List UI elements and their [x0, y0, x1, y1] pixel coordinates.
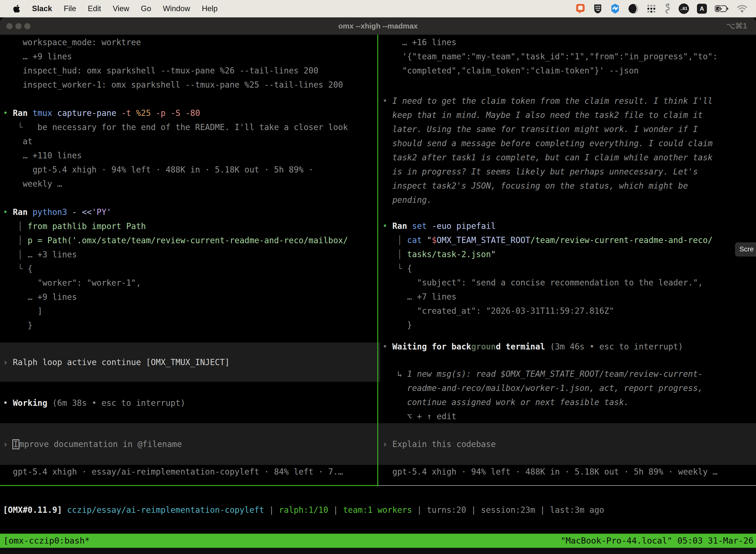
text-segment: › Explain this codebase: [382, 439, 496, 449]
terminal-line: │ from pathlib import Path: [3, 219, 348, 233]
text-segment: │: [382, 235, 407, 245]
screenshot-app-icon[interactable]: [575, 3, 585, 14]
terminal-line: inspect_worker-1: omx sparkshell --tmux-…: [3, 78, 348, 92]
text-segment: inspect_hud: omx sparkshell --tmux-pane …: [3, 66, 318, 75]
counter-badge-icon[interactable]: ..61: [679, 3, 689, 14]
moon-circle-icon[interactable]: [628, 3, 638, 14]
right-pane-prompt-input[interactable]: › Explain this codebase: [378, 423, 756, 465]
menubar-item-go[interactable]: Go: [141, 4, 151, 13]
terminal-line: … +110 lines: [3, 149, 348, 163]
text-segment: |: [333, 505, 343, 515]
text-segment: gpt-5.4 xhigh · 94% left · 488K in · 5.1…: [382, 467, 717, 477]
window-titlebar: omx --xhigh --madmax ⌥⌘1: [0, 17, 756, 35]
text-segment: I need to get the claim token from the c…: [392, 96, 712, 106]
text-segment: workspace_mode: worktree: [3, 38, 141, 47]
text-segment: /team/review-current-readme-and-reco/: [530, 235, 712, 245]
text-segment: ↳: [382, 369, 407, 379]
dots-grid-icon[interactable]: [646, 3, 656, 14]
terminal-line: • Ran set -euo pipefail: [382, 219, 712, 233]
terminal-line: › Ralph loop active continue [OMX_TMUX_I…: [3, 355, 230, 369]
text-segment: ]: [3, 306, 43, 316]
terminal-line: inspect_hud: omx sparkshell --tmux-pane …: [3, 63, 348, 78]
left-pane-prompt-input[interactable]: › Improve documentation in @filename: [0, 423, 380, 465]
tmux-session-label[interactable]: [omx-cczip0:bash*: [3, 534, 90, 548]
text-segment: tmux: [33, 108, 52, 118]
menubar-item-window[interactable]: Window: [163, 4, 190, 13]
text-segment: "worker": "worker-1",: [3, 278, 141, 288]
text-segment: - <<: [67, 207, 91, 217]
terminal-line: keep that in mind. Maybe I also need the…: [382, 108, 712, 122]
text-segment: •: [3, 207, 13, 217]
tmux-status-bar: [omx-cczip0:bash* "MacBook-Pro-44.local"…: [0, 534, 756, 548]
terminal-line: … +7 lines: [382, 290, 712, 304]
text-segment: -p -S -80: [151, 108, 200, 118]
text-segment: team:1 workers: [343, 505, 417, 515]
terminal-line: task2 after task1 is complete, but can I…: [382, 151, 712, 165]
squiggle-icon[interactable]: [664, 3, 671, 14]
terminal-line: }: [382, 318, 712, 332]
text-segment: •: [382, 221, 392, 231]
terminal-line: ]: [3, 304, 348, 318]
text-segment: Waiting for back: [392, 342, 471, 351]
battery-icon[interactable]: [715, 3, 729, 14]
input-source-icon[interactable]: A: [697, 4, 707, 14]
left-pane-output[interactable]: workspace_mode: worktree … +9 lines insp…: [3, 35, 348, 332]
terminal-line: [OMX#0.11.9] cczip/essay/ai-reimplementa…: [3, 503, 604, 517]
text-segment: 1 new msg(s): read $OMX_TEAM_STATE_ROOT/…: [407, 369, 703, 379]
terminal-line: is in progress? It seems likely but perh…: [382, 165, 712, 179]
text-segment: $: [432, 235, 437, 245]
menubar-item-view[interactable]: View: [113, 4, 129, 13]
terminal-line: │ p = Path('.omx/state/team/review-curre…: [3, 233, 348, 247]
terminal-line: "created_at": "2026-03-31T11:59:27.816Z": [382, 304, 712, 318]
terminal-line: … +9 lines: [3, 290, 348, 304]
window-bottom-edge: [0, 548, 756, 554]
text-segment: ›: [3, 439, 13, 449]
text-segment: continue assigned work or next feasible …: [382, 397, 629, 407]
terminal-line: weekly …: [3, 177, 348, 191]
terminal-line: └ {: [3, 262, 348, 276]
text-segment: is in progress? It seems likely but perh…: [382, 167, 698, 176]
right-pane-status-line: gpt-5.4 xhigh · 94% left · 488K in · 5.1…: [382, 465, 717, 479]
terminal-line: gpt-5.4 xhigh · 94% left · 488K in · 5.1…: [3, 163, 348, 177]
terminal-content: workspace_mode: worktree … +9 lines insp…: [0, 35, 756, 554]
text-segment: │: [3, 221, 27, 231]
wifi-icon[interactable]: [737, 3, 748, 14]
text-segment: cczip/essay/ai-reimplementation-copyleft: [67, 505, 269, 515]
text-segment: weekly …: [3, 179, 62, 189]
text-segment: %25: [131, 108, 151, 118]
text-segment: "created_at": "2026-03-31T11:59:27.816Z": [382, 306, 614, 316]
text-segment: -euo pipefail: [427, 221, 496, 231]
text-segment: at: [3, 136, 33, 146]
apple-icon[interactable]: [13, 3, 20, 14]
text-segment: (6m 38s • esc to interrupt): [47, 398, 185, 408]
menubar-item-file[interactable]: File: [64, 4, 76, 13]
omx-status-bar: [OMX#0.11.9] cczip/essay/ai-reimplementa…: [3, 503, 604, 517]
right-pane-output-top[interactable]: … +16 lines '{"team_name":"my-team","tas…: [382, 35, 717, 78]
terminal-line: ⌥ + ↑ edit: [382, 409, 703, 424]
terminal-line: │ … +3 lines: [3, 247, 348, 262]
terminal-line: • Ran python3 - <<'PY': [3, 205, 348, 219]
text-segment: ⌥ + ↑ edit: [382, 411, 456, 421]
text-segment: 'PY': [92, 207, 111, 217]
terminal-line: • Ran tmux capture-pane -t %25 -p -S -80: [3, 106, 348, 120]
text-segment: OMX_TEAM_STATE_ROOT: [437, 235, 530, 245]
text-segment: -t: [116, 108, 131, 118]
text-segment: •: [382, 96, 392, 106]
terminal-line: • Waiting for background terminal (3m 46…: [382, 340, 683, 354]
terminal-line: › Improve documentation in @filename: [3, 437, 182, 451]
right-pane-ran-cat-block: • Ran set -euo pipefail │ cat "$OMX_TEAM…: [382, 219, 712, 332]
window-title: omx --xhigh --madmax: [0, 17, 756, 35]
bolt-badge-icon[interactable]: [610, 3, 620, 14]
text-segment: ": [491, 250, 496, 259]
grid-shield-icon[interactable]: [593, 3, 602, 14]
menubar-item-edit[interactable]: Edit: [88, 4, 101, 13]
text-segment: d terminal: [496, 342, 545, 351]
terminal-line: gpt-5.4 xhigh · essay/ai-reimplementatio…: [3, 465, 343, 479]
terminal-line: "worker": "worker-1",: [3, 276, 348, 290]
terminal-line: • I need to get the claim token from the…: [382, 94, 712, 108]
menubar-item-help[interactable]: Help: [202, 4, 218, 13]
text-segment: Ran: [13, 108, 33, 118]
text-segment: }: [3, 321, 33, 330]
menubar-app-name[interactable]: Slack: [32, 4, 52, 13]
text-segment: keep that in mind. Maybe I also need the…: [382, 110, 703, 120]
